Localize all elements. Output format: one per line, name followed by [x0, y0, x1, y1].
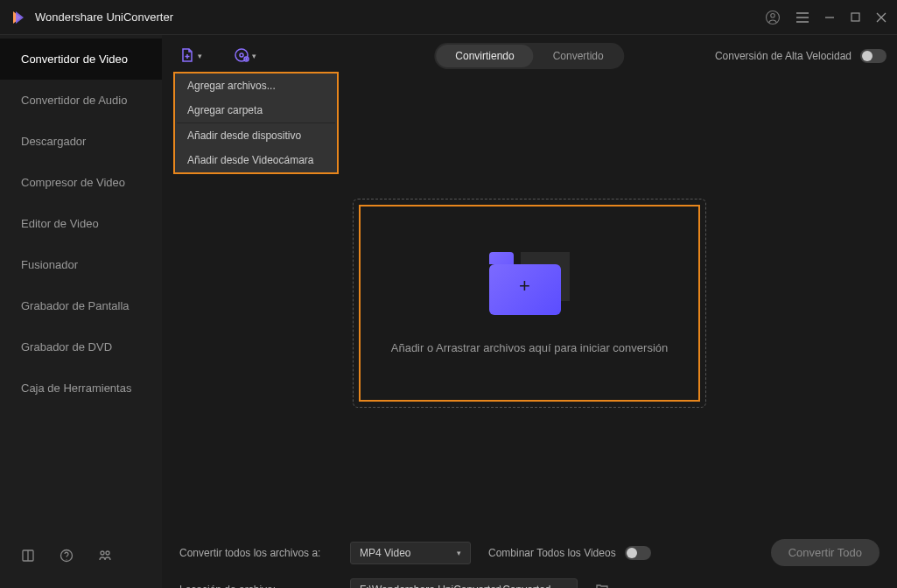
dropdown-item-from-device[interactable]: Añadir desde dispositivo [175, 123, 337, 148]
chevron-down-icon: ▾ [457, 549, 461, 557]
output-format-select[interactable]: MP4 Video ▾ [350, 542, 471, 564]
drop-zone-border: + Añadir o Arrastrar archivos aquí para … [353, 199, 706, 408]
combine-videos-toggle[interactable] [625, 546, 651, 560]
sidebar-item-toolbox[interactable]: Caja de Herramientas [0, 368, 162, 409]
minimize-icon[interactable] [824, 12, 835, 23]
app-title: Wondershare UniConverter [35, 10, 765, 24]
app-logo-icon [11, 10, 26, 25]
output-format-value: MP4 Video [360, 547, 410, 559]
add-file-button[interactable]: ▾ Agregar archivos... Agregar carpeta Añ… [172, 42, 209, 71]
add-disc-button[interactable]: ▾ [227, 42, 263, 71]
dropdown-item-add-folder[interactable]: Agregar carpeta [175, 98, 337, 122]
high-speed-label: Conversión de Alta Velocidad [715, 50, 851, 62]
sidebar-item-audio-converter[interactable]: Convertidor de Audio [0, 80, 162, 121]
tab-converted[interactable]: Convertido [534, 45, 623, 67]
dropdown-item-from-camcorder[interactable]: Añadir desde Videocámara [175, 148, 337, 172]
add-folder-icon: + [489, 252, 570, 315]
sidebar-item-downloader[interactable]: Descargador [0, 121, 162, 162]
convert-all-button[interactable]: Convertir Todo [771, 539, 879, 566]
drop-zone[interactable]: + Añadir o Arrastrar archivos aquí para … [359, 205, 700, 402]
sidebar-item-merger[interactable]: Fusionador [0, 244, 162, 285]
high-speed-toggle[interactable] [860, 49, 886, 63]
disc-icon [234, 47, 249, 66]
svg-point-6 [106, 551, 109, 555]
sidebar-item-dvd-burner[interactable]: Grabador de DVD [0, 326, 162, 368]
close-icon[interactable] [876, 12, 886, 23]
svg-point-1 [771, 13, 775, 18]
maximize-icon[interactable] [851, 12, 860, 22]
sidebar-item-screen-recorder[interactable]: Grabador de Pantalla [0, 285, 162, 326]
combine-videos-label: Combinar Todos los Videos [488, 547, 616, 559]
tab-converting[interactable]: Convirtiendo [436, 45, 533, 67]
sidebar-item-video-compressor[interactable]: Compresor de Video [0, 162, 162, 203]
open-folder-icon[interactable] [595, 582, 609, 589]
chevron-down-icon: ▾ [252, 52, 256, 60]
dropdown-item-add-files[interactable]: Agregar archivos... [175, 74, 337, 98]
user-account-icon[interactable] [765, 10, 781, 25]
sidebar-item-video-converter[interactable]: Convertidor de Video [0, 38, 162, 80]
drop-instruction-text: Añadir o Arrastrar archivos aquí para in… [391, 341, 668, 354]
menu-icon[interactable] [796, 11, 809, 24]
chevron-down-icon: ▾ [198, 52, 202, 60]
svg-point-8 [240, 53, 243, 57]
convert-all-label: Convertir todos los archivos a: [179, 547, 333, 559]
svg-point-5 [101, 551, 104, 555]
file-location-select[interactable]: F:\Wondershare UniConverter\Converted ▾ [350, 578, 578, 588]
file-location-value: F:\Wondershare UniConverter\Converted [360, 584, 551, 588]
add-file-icon [179, 47, 195, 66]
svg-rect-2 [851, 13, 859, 21]
add-file-dropdown: Agregar archivos... Agregar carpeta Añad… [173, 72, 339, 174]
guide-icon[interactable] [21, 549, 35, 565]
help-icon[interactable] [60, 549, 74, 565]
sidebar-item-video-editor[interactable]: Editor de Video [0, 203, 162, 244]
file-location-label: Locación de archivo: [179, 584, 333, 588]
community-icon[interactable] [98, 549, 112, 565]
conversion-tabs: Convirtiendo Convertido [434, 43, 624, 69]
sidebar: Convertidor de Video Convertidor de Audi… [0, 35, 162, 588]
